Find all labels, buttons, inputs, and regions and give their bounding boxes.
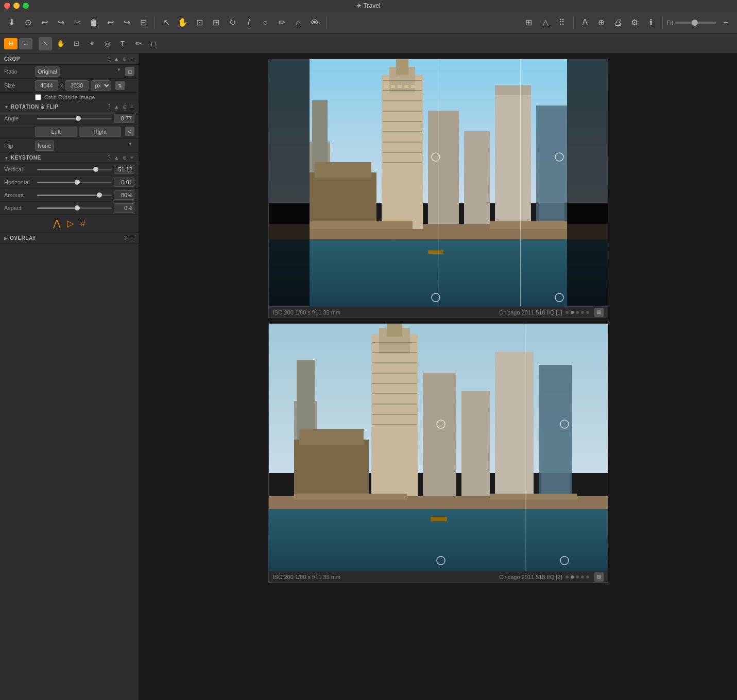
keystone-icon-1[interactable]: ⋀ — [53, 218, 61, 229]
vertical-thumb[interactable] — [93, 167, 98, 172]
crop-header-icons: ? ▲ ⊕ ≡ — [107, 56, 134, 62]
detail-view-btn[interactable]: ⠿ — [555, 15, 569, 30]
right-rotate-btn[interactable]: Right — [79, 127, 122, 137]
height-input[interactable] — [65, 80, 89, 91]
tool-crop[interactable]: ⊡ — [70, 37, 83, 50]
print-btn[interactable]: 🖨 — [611, 15, 625, 30]
crop-outside-label: Crop Outside Image — [44, 94, 95, 100]
horizontal-thumb[interactable] — [75, 180, 80, 185]
rotation-section-header[interactable]: ▼ ROTATION & FLIP ? ▲ ⊕ ≡ — [0, 102, 139, 112]
amount-thumb[interactable] — [97, 192, 102, 198]
settings-btn[interactable]: ⚙ — [627, 15, 642, 30]
crop-tool[interactable]: ⊡ — [192, 15, 207, 30]
vertical-track[interactable] — [37, 169, 112, 170]
tool-text[interactable]: T — [116, 37, 129, 50]
action-button[interactable]: ⊟ — [136, 15, 150, 30]
aspect-row: Aspect 0% — [0, 202, 139, 215]
circle-tool[interactable]: ○ — [258, 15, 272, 30]
keystone-icon-3[interactable]: # — [80, 218, 85, 229]
tool-select[interactable]: ↖ — [39, 37, 52, 50]
dot2-4 — [581, 575, 584, 579]
keystone-menu-icon[interactable]: ≡ — [129, 154, 134, 161]
angle-slider-thumb[interactable] — [76, 116, 81, 121]
flip-select[interactable]: None — [35, 141, 54, 151]
keystone-bookmark-icon[interactable]: ▲ — [113, 154, 120, 161]
svg-rect-20 — [464, 131, 490, 224]
size-row: Size x px ⇅ — [0, 79, 139, 93]
horizontal-value: -0.01 — [114, 178, 134, 187]
triangle-view-btn[interactable]: △ — [538, 15, 553, 30]
angle-slider-track[interactable] — [37, 118, 112, 119]
amount-slider — [37, 191, 112, 199]
tool-heal[interactable]: ⌖ — [85, 37, 98, 50]
angle-value-input[interactable] — [114, 114, 134, 123]
maximize-button[interactable] — [23, 3, 29, 9]
zoom-slider[interactable] — [675, 22, 716, 24]
cursor-tool[interactable]: ↖ — [159, 15, 174, 30]
info-btn[interactable]: ℹ — [644, 15, 658, 30]
tool-pan[interactable]: ✋ — [54, 37, 67, 50]
rotation-help-icon[interactable]: ? — [107, 103, 112, 110]
overlay-menu-icon[interactable]: ≡ — [129, 235, 134, 241]
redo-button[interactable]: ↪ — [54, 15, 68, 30]
zoom-out-btn[interactable]: − — [718, 15, 733, 30]
width-input[interactable] — [35, 80, 58, 91]
grid-view-btn[interactable]: ⊞ — [522, 15, 536, 30]
size-swap-btn[interactable]: ⇅ — [115, 81, 125, 90]
aspect-thumb[interactable] — [75, 205, 80, 211]
rotation-copy-icon[interactable]: ⊕ — [122, 103, 128, 110]
bookmark-icon[interactable]: ▲ — [113, 56, 120, 62]
tool-eraser[interactable]: ◻ — [147, 37, 160, 50]
menu-icon[interactable]: ≡ — [129, 56, 134, 62]
text-btn[interactable]: A — [578, 15, 592, 30]
svg-rect-43 — [269, 504, 608, 571]
svg-rect-61 — [495, 352, 534, 496]
ratio-select[interactable]: Original — [35, 66, 60, 77]
keystone-section-header[interactable]: ▼ KEYSTONE ? ▲ ⊕ ≡ — [0, 153, 139, 163]
rotation-reset-btn[interactable]: ↺ — [125, 127, 134, 136]
overlay-section-header[interactable]: ▶ OVERLAY ? ≡ — [0, 233, 139, 243]
rotation-menu-icon[interactable]: ≡ — [129, 103, 134, 110]
eye-tool[interactable]: 👁 — [307, 15, 322, 30]
keystone-icon-2[interactable]: ▷ — [67, 218, 74, 229]
overlay-help-icon[interactable]: ? — [123, 235, 128, 241]
pencil-tool[interactable]: ✏ — [275, 15, 289, 30]
crop-outside-checkbox[interactable] — [35, 94, 41, 100]
undo-button[interactable]: ↩ — [37, 15, 52, 30]
copy-icon[interactable]: ⊕ — [122, 56, 128, 62]
panel-menu-btn-2[interactable]: ⊞ — [594, 572, 604, 582]
panel-menu-btn-1[interactable]: ⊞ — [594, 308, 604, 317]
image-panel-1: ISO 200 1/80 s f/11 35 mm Chicago 2011 5… — [268, 59, 608, 318]
rotate-tool[interactable]: ↻ — [225, 15, 239, 30]
stamp-tool[interactable]: ⌂ — [291, 15, 305, 30]
unit-select[interactable]: px — [91, 80, 111, 91]
layers-btn[interactable]: ⊕ — [594, 15, 609, 30]
browser-button[interactable]: ⊙ — [21, 15, 35, 30]
svg-rect-57 — [372, 414, 417, 415]
pan-tool[interactable]: ✋ — [176, 15, 190, 30]
delete-button[interactable]: 🗑 — [87, 15, 101, 30]
tool-draw[interactable]: ✏ — [131, 37, 145, 50]
help-icon[interactable]: ? — [107, 56, 112, 62]
transform-tool[interactable]: ⊞ — [209, 15, 223, 30]
forward-button[interactable]: ↪ — [119, 15, 134, 30]
rotation-bookmark-icon[interactable]: ▲ — [113, 103, 120, 110]
svg-rect-67 — [490, 494, 577, 500]
left-rotate-btn[interactable]: Left — [35, 127, 77, 137]
back-button[interactable]: ↩ — [103, 15, 117, 30]
svg-rect-54 — [372, 383, 417, 384]
info-right-2: Chicago 2011 518.IIQ [2] — [499, 574, 562, 580]
svg-rect-58 — [372, 424, 417, 425]
svg-rect-31 — [398, 85, 402, 88]
close-button[interactable] — [4, 3, 10, 9]
minimize-button[interactable] — [13, 3, 20, 9]
cut-button[interactable]: ✂ — [70, 15, 84, 30]
line-tool[interactable]: / — [242, 15, 256, 30]
keystone-copy-icon[interactable]: ⊕ — [122, 154, 128, 161]
split-view-btn[interactable]: ⊞ — [4, 38, 18, 49]
crop-reset-btn[interactable]: ⊡ — [125, 67, 134, 76]
single-view-btn[interactable]: ▭ — [19, 38, 32, 49]
import-button[interactable]: ⬇ — [4, 15, 19, 30]
keystone-help-icon[interactable]: ? — [107, 154, 112, 161]
tool-red-eye[interactable]: ◎ — [100, 37, 114, 50]
